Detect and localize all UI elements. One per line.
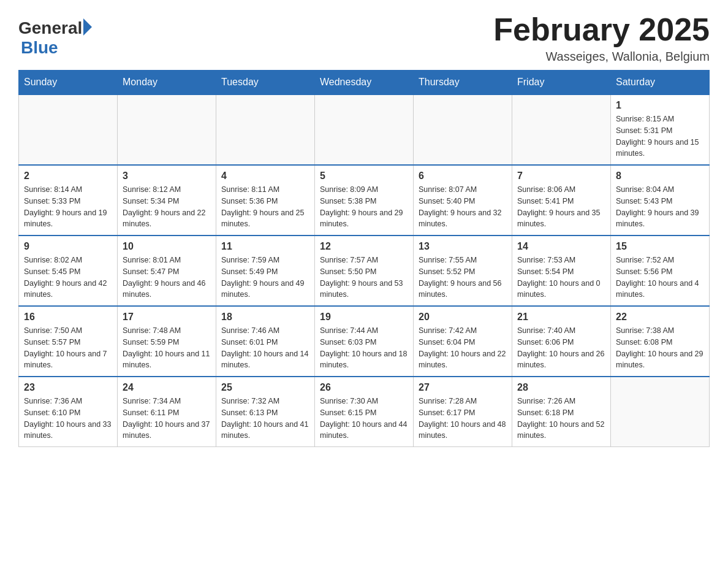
- day-info: Sunrise: 7:52 AMSunset: 5:56 PMDaylight:…: [616, 255, 704, 301]
- day-number: 27: [419, 382, 507, 393]
- day-info: Sunrise: 8:14 AMSunset: 5:33 PMDaylight:…: [24, 184, 112, 230]
- calendar-cell: 15Sunrise: 7:52 AMSunset: 5:56 PMDayligh…: [611, 236, 710, 306]
- day-info: Sunrise: 7:53 AMSunset: 5:54 PMDaylight:…: [517, 255, 605, 301]
- day-info: Sunrise: 8:12 AMSunset: 5:34 PMDaylight:…: [123, 184, 211, 230]
- day-number: 14: [517, 241, 605, 252]
- day-info: Sunrise: 7:48 AMSunset: 5:59 PMDaylight:…: [123, 325, 211, 371]
- calendar-cell: 24Sunrise: 7:34 AMSunset: 6:11 PMDayligh…: [118, 377, 216, 447]
- day-number: 19: [320, 312, 408, 323]
- day-of-week-header: Tuesday: [216, 71, 315, 95]
- day-number: 16: [24, 312, 112, 323]
- day-info: Sunrise: 8:09 AMSunset: 5:38 PMDaylight:…: [320, 184, 408, 230]
- day-number: 13: [419, 241, 507, 252]
- calendar-cell: 10Sunrise: 8:01 AMSunset: 5:47 PMDayligh…: [118, 236, 216, 306]
- calendar-cell: 18Sunrise: 7:46 AMSunset: 6:01 PMDayligh…: [216, 306, 315, 377]
- day-info: Sunrise: 7:44 AMSunset: 6:03 PMDaylight:…: [320, 325, 408, 371]
- calendar-cell: [216, 94, 315, 165]
- day-number: 5: [320, 170, 408, 182]
- location-subtitle: Wasseiges, Wallonia, Belgium: [493, 50, 710, 64]
- day-info: Sunrise: 7:36 AMSunset: 6:10 PMDaylight:…: [24, 396, 112, 442]
- month-title: February 2025: [493, 12, 710, 47]
- day-number: 28: [517, 382, 605, 393]
- calendar-cell: 27Sunrise: 7:28 AMSunset: 6:17 PMDayligh…: [414, 377, 512, 447]
- calendar-cell: 6Sunrise: 8:07 AMSunset: 5:40 PMDaylight…: [414, 165, 512, 236]
- calendar-cell: 11Sunrise: 7:59 AMSunset: 5:49 PMDayligh…: [216, 236, 315, 306]
- day-of-week-header: Saturday: [611, 71, 710, 95]
- calendar-cell: 20Sunrise: 7:42 AMSunset: 6:04 PMDayligh…: [414, 306, 512, 377]
- calendar-cell: 25Sunrise: 7:32 AMSunset: 6:13 PMDayligh…: [216, 377, 315, 447]
- calendar-cell: 23Sunrise: 7:36 AMSunset: 6:10 PMDayligh…: [19, 377, 118, 447]
- calendar-cell: [414, 94, 512, 165]
- calendar-table: SundayMondayTuesdayWednesdayThursdayFrid…: [18, 70, 710, 447]
- day-of-week-header: Sunday: [19, 71, 118, 95]
- day-number: 4: [221, 170, 309, 182]
- calendar-cell: 22Sunrise: 7:38 AMSunset: 6:08 PMDayligh…: [611, 306, 710, 377]
- title-block: February 2025 Wasseiges, Wallonia, Belgi…: [493, 12, 710, 64]
- day-info: Sunrise: 8:15 AMSunset: 5:31 PMDaylight:…: [616, 113, 704, 159]
- logo-general-text: General: [18, 18, 82, 38]
- calendar-cell: 26Sunrise: 7:30 AMSunset: 6:15 PMDayligh…: [315, 377, 414, 447]
- day-info: Sunrise: 7:38 AMSunset: 6:08 PMDaylight:…: [616, 325, 704, 371]
- day-info: Sunrise: 7:42 AMSunset: 6:04 PMDaylight:…: [419, 325, 507, 371]
- calendar-cell: [19, 94, 118, 165]
- day-number: 11: [221, 241, 309, 252]
- day-info: Sunrise: 7:59 AMSunset: 5:49 PMDaylight:…: [221, 255, 309, 301]
- day-number: 15: [616, 241, 704, 252]
- day-info: Sunrise: 7:34 AMSunset: 6:11 PMDaylight:…: [123, 396, 211, 442]
- calendar-cell: 28Sunrise: 7:26 AMSunset: 6:18 PMDayligh…: [512, 377, 611, 447]
- logo-blue-text: Blue: [21, 38, 92, 58]
- day-info: Sunrise: 7:32 AMSunset: 6:13 PMDaylight:…: [221, 396, 309, 442]
- calendar-cell: 19Sunrise: 7:44 AMSunset: 6:03 PMDayligh…: [315, 306, 414, 377]
- calendar-cell: 5Sunrise: 8:09 AMSunset: 5:38 PMDaylight…: [315, 165, 414, 236]
- day-number: 26: [320, 382, 408, 393]
- week-row: 2Sunrise: 8:14 AMSunset: 5:33 PMDaylight…: [19, 165, 710, 236]
- day-info: Sunrise: 7:28 AMSunset: 6:17 PMDaylight:…: [419, 396, 507, 442]
- day-info: Sunrise: 8:04 AMSunset: 5:43 PMDaylight:…: [616, 184, 704, 230]
- week-row: 23Sunrise: 7:36 AMSunset: 6:10 PMDayligh…: [19, 377, 710, 447]
- day-info: Sunrise: 8:01 AMSunset: 5:47 PMDaylight:…: [123, 255, 211, 301]
- day-number: 8: [616, 170, 704, 182]
- calendar-cell: 1Sunrise: 8:15 AMSunset: 5:31 PMDaylight…: [611, 94, 710, 165]
- day-number: 3: [123, 170, 211, 182]
- calendar-cell: [611, 377, 710, 447]
- day-number: 20: [419, 312, 507, 323]
- day-number: 24: [123, 382, 211, 393]
- calendar-cell: [512, 94, 611, 165]
- day-number: 17: [123, 312, 211, 323]
- day-info: Sunrise: 8:07 AMSunset: 5:40 PMDaylight:…: [419, 184, 507, 230]
- calendar-cell: 2Sunrise: 8:14 AMSunset: 5:33 PMDaylight…: [19, 165, 118, 236]
- calendar-cell: 9Sunrise: 8:02 AMSunset: 5:45 PMDaylight…: [19, 236, 118, 306]
- calendar-cell: 8Sunrise: 8:04 AMSunset: 5:43 PMDaylight…: [611, 165, 710, 236]
- calendar-cell: 12Sunrise: 7:57 AMSunset: 5:50 PMDayligh…: [315, 236, 414, 306]
- day-info: Sunrise: 7:55 AMSunset: 5:52 PMDaylight:…: [419, 255, 507, 301]
- calendar-cell: 21Sunrise: 7:40 AMSunset: 6:06 PMDayligh…: [512, 306, 611, 377]
- day-info: Sunrise: 7:50 AMSunset: 5:57 PMDaylight:…: [24, 325, 112, 371]
- day-number: 7: [517, 170, 605, 182]
- day-info: Sunrise: 8:11 AMSunset: 5:36 PMDaylight:…: [221, 184, 309, 230]
- week-row: 16Sunrise: 7:50 AMSunset: 5:57 PMDayligh…: [19, 306, 710, 377]
- day-of-week-header: Friday: [512, 71, 611, 95]
- day-number: 22: [616, 312, 704, 323]
- week-row: 1Sunrise: 8:15 AMSunset: 5:31 PMDaylight…: [19, 94, 710, 165]
- day-info: Sunrise: 8:06 AMSunset: 5:41 PMDaylight:…: [517, 184, 605, 230]
- calendar-cell: [315, 94, 414, 165]
- day-number: 23: [24, 382, 112, 393]
- day-number: 1: [616, 100, 704, 111]
- day-number: 6: [419, 170, 507, 182]
- calendar-header: SundayMondayTuesdayWednesdayThursdayFrid…: [19, 71, 710, 95]
- days-of-week-row: SundayMondayTuesdayWednesdayThursdayFrid…: [19, 71, 710, 95]
- day-number: 18: [221, 312, 309, 323]
- calendar-cell: 3Sunrise: 8:12 AMSunset: 5:34 PMDaylight…: [118, 165, 216, 236]
- logo: General Blue: [18, 18, 92, 58]
- calendar-cell: [118, 94, 216, 165]
- day-info: Sunrise: 7:40 AMSunset: 6:06 PMDaylight:…: [517, 325, 605, 371]
- day-number: 10: [123, 241, 211, 252]
- day-number: 25: [221, 382, 309, 393]
- calendar-cell: 17Sunrise: 7:48 AMSunset: 5:59 PMDayligh…: [118, 306, 216, 377]
- day-info: Sunrise: 7:30 AMSunset: 6:15 PMDaylight:…: [320, 396, 408, 442]
- calendar-cell: 14Sunrise: 7:53 AMSunset: 5:54 PMDayligh…: [512, 236, 611, 306]
- day-info: Sunrise: 8:02 AMSunset: 5:45 PMDaylight:…: [24, 255, 112, 301]
- day-info: Sunrise: 7:26 AMSunset: 6:18 PMDaylight:…: [517, 396, 605, 442]
- logo-arrow-icon: [83, 18, 92, 36]
- day-of-week-header: Monday: [118, 71, 216, 95]
